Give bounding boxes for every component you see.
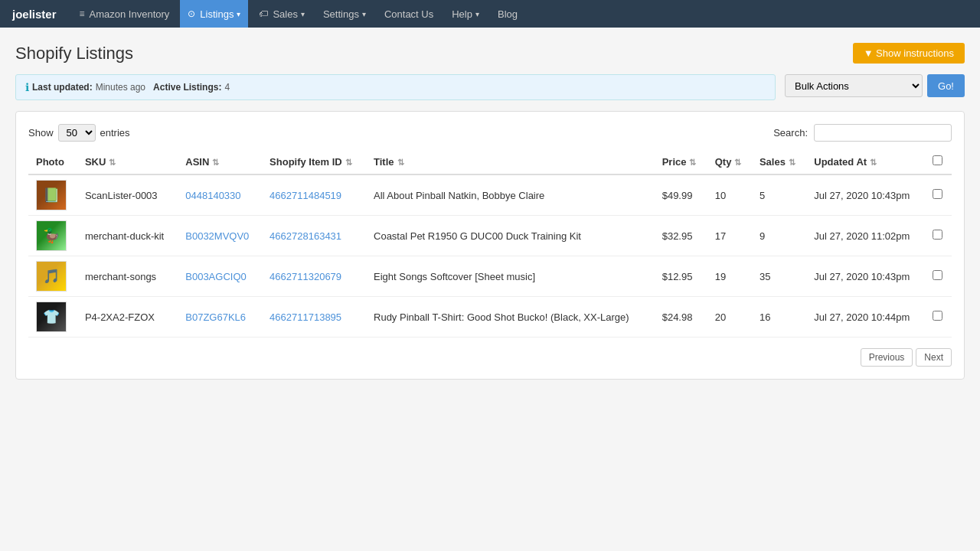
price-sort-icon: ⇅ [689,158,696,168]
col-title[interactable]: Title⇅ [366,149,655,174]
cell-price-1: $32.95 [655,216,707,256]
cell-qty-0: 10 [707,174,752,216]
nav-item-sales[interactable]: 🏷 Sales ▾ [251,0,312,28]
last-updated-value: Minutes ago [96,82,145,93]
col-select-all[interactable] [925,149,952,174]
col-asin[interactable]: ASIN⇅ [178,149,262,174]
nav-label-settings: Settings [323,8,359,20]
entries-per-page-select[interactable]: 50 [58,124,96,142]
previous-button[interactable]: Previous [861,348,913,367]
product-thumbnail-1: 🦆 [36,220,67,251]
col-sku[interactable]: SKU⇅ [77,149,178,174]
row-checkbox-2[interactable] [933,270,942,280]
cell-asin-0[interactable]: 0448140330 [178,174,262,216]
page-header: Shopify Listings ▼ Show instructions [15,43,965,64]
cell-checkbox-3[interactable] [925,297,952,337]
asin-link-2[interactable]: B003AGCIQ0 [185,271,247,282]
search-input[interactable] [814,124,952,142]
cell-sales-1: 9 [752,216,806,256]
cell-updated-at-0: Jul 27, 2020 10:43pm [806,174,925,216]
show-entries-control: Show 50 entries [28,124,130,142]
last-updated-label: Last updated: [32,82,93,93]
shopify-id-link-3[interactable]: 4662711713895 [270,311,341,323]
navbar: joelister ≡ Amazon Inventory ⊙ Listings … [0,0,980,28]
cell-updated-at-2: Jul 27, 2020 10:43pm [806,256,925,297]
product-thumbnail-0: 📗 [36,180,67,210]
nav-item-blog[interactable]: Blog [490,0,525,28]
cell-qty-2: 19 [707,256,752,297]
nav-label-sales: Sales [273,8,298,20]
asin-link-0[interactable]: 0448140330 [185,190,240,201]
row-checkbox-1[interactable] [933,230,942,240]
cell-updated-at-3: Jul 27, 2020 10:44pm [806,297,925,337]
bulk-actions-select[interactable]: Bulk Actions [785,74,923,97]
cell-shopify-item-id-1[interactable]: 4662728163431 [262,216,366,256]
cell-price-2: $12.95 [655,256,707,297]
table-controls: Show 50 entries Search: [28,124,952,142]
select-all-checkbox[interactable] [933,155,942,165]
nav-label-listings: Listings [200,8,234,20]
product-thumbnail-2: 🎵 [36,261,67,292]
col-price[interactable]: Price⇅ [655,149,707,174]
cell-asin-1[interactable]: B0032MVQV0 [178,216,262,256]
shopify-id-sort-icon: ⇅ [345,158,352,168]
row-checkbox-3[interactable] [933,311,942,321]
next-button[interactable]: Next [916,348,952,367]
brand-logo[interactable]: joelister [8,8,61,21]
help-caret: ▾ [475,10,479,18]
shopify-id-link-0[interactable]: 4662711484519 [270,190,341,201]
cell-photo-3: 👕 [28,297,77,337]
cell-sales-0: 5 [752,174,806,216]
cell-checkbox-1[interactable] [925,216,952,256]
col-updated-at[interactable]: Updated At⇅ [806,149,925,174]
table-row: 🎵 merchant-songs B003AGCIQ0 466271132067… [28,256,952,297]
sku-sort-icon: ⇅ [109,158,116,168]
asin-link-1[interactable]: B0032MVQV0 [185,230,249,242]
active-listings-value: 4 [224,82,230,93]
cell-shopify-item-id-3[interactable]: 4662711713895 [262,297,366,337]
shopify-id-link-1[interactable]: 4662728163431 [270,230,341,242]
nav-item-listings[interactable]: ⊙ Listings ▾ [180,0,248,28]
col-shopify-item-id[interactable]: Shopify Item ID⇅ [262,149,366,174]
search-label: Search: [773,127,808,139]
nav-label-help: Help [452,8,472,20]
go-button[interactable]: Go! [927,74,965,97]
cell-qty-1: 17 [707,216,752,256]
col-qty[interactable]: Qty⇅ [707,149,752,174]
table-row: 🦆 merchant-duck-kit B0032MVQV0 466272816… [28,216,952,256]
cell-title-0: All About Pinball Natkin, Bobbye Claire [366,174,655,216]
status-bar: ℹ Last updated: Minutes ago Active Listi… [15,74,776,100]
updated-sort-icon: ⇅ [870,158,877,168]
cell-shopify-item-id-2[interactable]: 4662711320679 [262,256,366,297]
sales-caret: ▾ [301,10,305,18]
table-row: 📗 ScanLister-0003 0448140330 46627114845… [28,174,952,216]
nav-item-amazon-inventory[interactable]: ≡ Amazon Inventory [72,0,178,28]
asin-sort-icon: ⇅ [212,158,219,168]
show-instructions-button[interactable]: ▼ Show instructions [853,43,965,64]
col-sales[interactable]: Sales⇅ [752,149,806,174]
cell-asin-2[interactable]: B003AGCIQ0 [178,256,262,297]
listings-icon: ⊙ [188,8,195,19]
entries-label: entries [100,127,130,139]
cell-checkbox-0[interactable] [925,174,952,216]
row-checkbox-0[interactable] [933,189,942,199]
nav-item-settings[interactable]: Settings ▾ [315,0,374,28]
sales-icon: 🏷 [259,8,268,19]
nav-label-contact-us: Contact Us [384,8,433,20]
bulk-actions-row: Bulk Actions Go! [785,74,965,97]
cell-checkbox-2[interactable] [925,256,952,297]
product-thumbnail-3: 👕 [36,302,67,332]
table-card: Show 50 entries Search: Photo SKU⇅ ASIN⇅… [15,111,965,380]
cell-qty-3: 20 [707,297,752,337]
nav-item-help[interactable]: Help ▾ [444,0,487,28]
cell-shopify-item-id-0[interactable]: 4662711484519 [262,174,366,216]
cell-sales-2: 35 [752,256,806,297]
qty-sort-icon: ⇅ [734,158,741,168]
settings-caret: ▾ [362,10,366,18]
cell-photo-1: 🦆 [28,216,77,256]
cell-asin-3[interactable]: B07ZG67KL6 [178,297,262,337]
asin-link-3[interactable]: B07ZG67KL6 [185,311,246,323]
shopify-id-link-2[interactable]: 4662711320679 [270,271,341,282]
nav-item-contact-us[interactable]: Contact Us [377,0,441,28]
nav-label-blog: Blog [498,8,518,20]
